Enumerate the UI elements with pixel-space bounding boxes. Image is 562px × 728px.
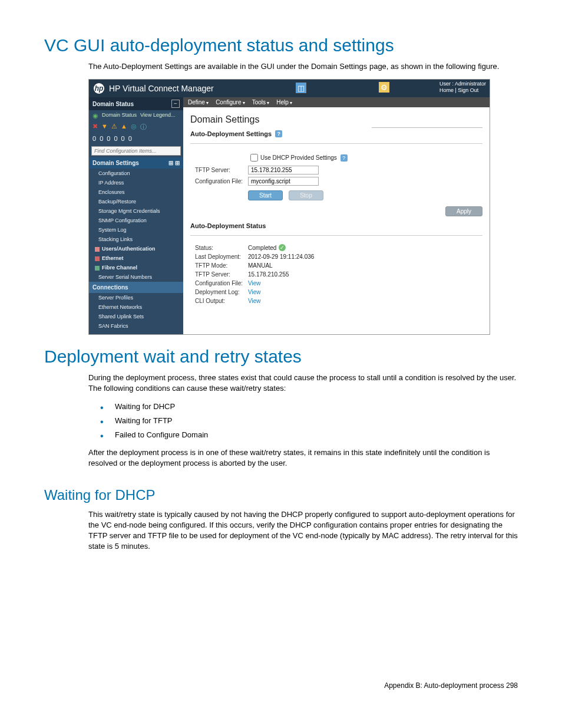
status-value: Completed [248,245,276,251]
sidebar-item-ethernet[interactable]: Ethernet [89,253,183,263]
sidebar-item-serial-numbers[interactable]: Server Serial Numbers [89,272,183,282]
auto-deployment-status-title: Auto-Deployment Status [183,220,490,232]
main-panel: Define Configure Tools Help Domain Setti… [183,97,490,334]
tftp-server2-value: 15.178.210.255 [248,271,289,278]
heading-1: VC GUI auto-deployment status and settin… [44,35,518,55]
alert-icon: ⚠ [111,123,117,131]
info-icon: ⓘ [140,123,147,131]
tftp-mode-value: MANUAL [248,262,273,269]
sidebar-item-configuration[interactable]: Configuration [89,169,183,178]
intro-paragraph: The Auto-Deployment Settings are availab… [88,61,518,72]
last-deployment-value: 2012-09-29 19:11:24.036 [248,253,314,260]
status-label: Status: [195,245,248,251]
menubar: Define Configure Tools Help [183,97,490,107]
tftp-mode-label: TFTP Mode: [195,262,248,269]
sidebar-domain-settings-header[interactable]: Domain Settings ⊞ ⊞ [89,157,183,169]
warning-icon: ▲ [121,123,127,131]
help-icon[interactable]: ? [340,154,348,162]
sidebar-domain-status-header: Domain Status − [89,97,183,110]
user-line: User : Administrator [439,81,486,87]
collapse-icon[interactable]: − [171,100,180,108]
titlebar-cert-icon: ⚙ [379,82,389,93]
sidebar-item-san-fabrics[interactable]: SAN Fabrics [89,321,183,331]
domain-status-link[interactable]: Domain Status [102,112,137,120]
error-icon: ✖ [92,123,98,131]
use-dhcp-checkbox[interactable] [250,154,258,162]
sidebar-item-users-auth[interactable]: Users/Authentication [89,244,183,253]
page-title: Domain Settings [183,107,490,127]
status-icon-row: ✖ ▼ ⚠ ▲ ◎ ⓘ [89,121,183,134]
sidebar-item-shared-uplink[interactable]: Shared Uplink Sets [89,312,183,321]
status-count-row: 000000 [89,134,183,144]
use-dhcp-label: Use DHCP Provided Settings [260,154,337,161]
sidebar-item-storage-mgmt[interactable]: Storage Mgmt Credentials [89,206,183,216]
menu-configure[interactable]: Configure [216,99,245,106]
help-icon[interactable]: ? [275,130,282,137]
wait-retry-bullets: Waiting for DHCP Waiting for TFTP Failed… [100,401,518,441]
tftp-server2-label: TFTP Server: [195,271,248,278]
sidebar-item-ip-address[interactable]: IP Address [89,178,183,187]
config-file-input[interactable] [248,177,319,186]
last-deployment-label: Last Deployment: [195,253,248,260]
heading-wait-retry: Deployment wait and retry states [44,347,518,367]
tftp-server-label: TFTP Server: [195,167,248,173]
sidebar-item-system-log[interactable]: System Log [89,225,183,235]
screenshot-figure: hp HP Virtual Connect Manager ◫ ⚙ User :… [88,79,490,335]
cli-output-view-link[interactable]: View [248,298,261,304]
heading-waiting-dhcp: Waiting for DHCP [44,487,518,503]
menu-tools[interactable]: Tools [252,99,270,106]
search-input[interactable] [91,146,181,156]
page-footer: Appendix B: Auto-deployment process 298 [44,681,518,690]
hp-logo-icon: hp [94,83,104,94]
wait-retry-after: After the deployment process is in one o… [88,447,518,469]
user-box: User : Administrator Home | Sign Out [439,81,486,94]
cli-output-label: CLI Output: [195,298,248,304]
funnel-icon: ▼ [101,123,108,131]
menu-help[interactable]: Help [276,99,292,106]
app-title: HP Virtual Connect Manager [109,84,214,93]
sidebar-item-snmp[interactable]: SNMP Configuration [89,216,183,225]
check-ok-icon: ✓ [279,244,286,251]
deployment-log-view-link[interactable]: View [248,289,261,295]
sidebar-item-stacking-links[interactable]: Stacking Links [89,235,183,244]
expand-icons: ⊞ ⊞ [168,160,180,166]
sidebar-item-fibre-channel[interactable]: Fibre Channel [89,263,183,272]
menu-define[interactable]: Define [188,99,209,106]
config-file-label: Configuration File: [195,178,248,185]
signout-link[interactable]: Sign Out [458,87,478,93]
wait-retry-intro: During the deployment process, three sta… [88,373,518,394]
ok-icon: ◎ [131,123,137,131]
config-file-view-link[interactable]: View [248,280,261,286]
stop-button[interactable]: Stop [289,190,323,200]
sidebar-item-ethernet-networks[interactable]: Ethernet Networks [89,302,183,312]
apply-button[interactable]: Apply [445,206,482,216]
sidebar-connections-header[interactable]: Connections [89,282,183,293]
config-file2-label: Configuration File: [195,280,248,286]
auto-deployment-settings-title: Auto-Deployment Settings ? [183,128,490,140]
sidebar-item-server-profiles[interactable]: Server Profiles [89,293,183,302]
waiting-dhcp-paragraph: This wait/retry state is typically cause… [88,509,518,552]
sidebar: Domain Status − ◉ Domain Status View Leg… [89,97,183,334]
bullet-tftp: Waiting for TFTP [100,416,518,426]
app-titlebar: hp HP Virtual Connect Manager ◫ ⚙ User :… [89,80,490,97]
bullet-dhcp: Waiting for DHCP [100,401,518,412]
home-link[interactable]: Home [439,87,454,93]
bullet-failed: Failed to Configure Domain [100,430,518,440]
titlebar-osd-icon: ◫ [295,82,307,94]
tftp-server-input[interactable] [248,166,319,174]
sidebar-item-enclosures[interactable]: Enclosures [89,187,183,197]
status-ok-icon: ◉ [92,112,98,120]
sidebar-item-backup-restore[interactable]: Backup/Restore [89,197,183,206]
deployment-log-label: Deployment Log: [195,289,248,295]
view-legend-link[interactable]: View Legend... [140,112,175,120]
start-button[interactable]: Start [248,190,283,200]
